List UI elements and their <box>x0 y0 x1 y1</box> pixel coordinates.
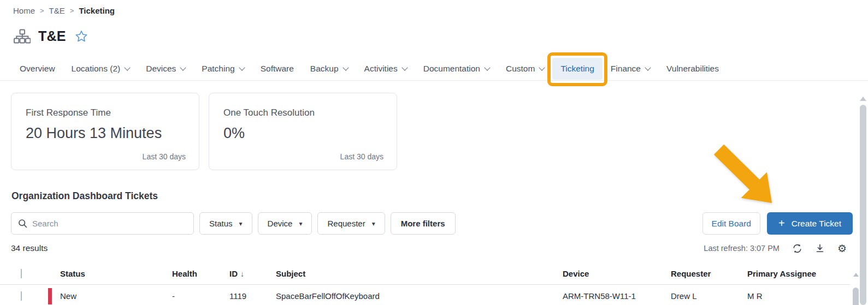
tab-patching[interactable]: Patching <box>193 58 252 80</box>
tab-backup[interactable]: Backup <box>302 58 356 80</box>
sort-descending-icon: ↓ <box>240 270 244 278</box>
organization-icon <box>14 29 31 44</box>
breadcrumb-home[interactable]: Home <box>13 6 35 15</box>
tickets-table: Status Health ID↓ Subject Device Request… <box>0 262 850 305</box>
tab-devices[interactable]: Devices <box>138 58 193 80</box>
tab-vulnerabilities[interactable]: Vulnerabilities <box>658 58 727 80</box>
tab-overview[interactable]: Overview <box>11 58 63 80</box>
column-label: ID <box>229 269 238 278</box>
ticket-row[interactable]: New - 1119 SpaceBarFellOffOfKeyboard ARM… <box>0 284 850 305</box>
ticket-device: ARM-TRN58-W11-1 <box>551 291 659 301</box>
ticketing-dashboard-page: Home > T&E > Ticketing T&E Overview <box>0 0 868 305</box>
chevron-down-icon <box>239 64 245 70</box>
filter-label: Device <box>268 219 293 228</box>
tab-activities[interactable]: Activities <box>356 58 415 80</box>
column-label: Requester <box>671 269 711 278</box>
column-label: Status <box>60 269 85 278</box>
tab-documentation[interactable]: Documentation <box>415 58 498 80</box>
filter-label: Requester <box>327 219 365 228</box>
column-label: Primary Assignee <box>747 269 816 278</box>
status-color-bar <box>48 288 52 304</box>
tab-label: Documentation <box>423 64 480 74</box>
search-input[interactable] <box>32 219 187 228</box>
column-label: Subject <box>276 269 305 278</box>
breadcrumb-org[interactable]: T&E <box>49 6 65 15</box>
row-checkbox[interactable] <box>21 291 22 301</box>
chevron-down-icon <box>343 64 349 70</box>
table-scrollbar[interactable] <box>853 288 859 305</box>
metric-cards: First Response Time 20 Hours 13 Minutes … <box>11 93 397 170</box>
tab-software[interactable]: Software <box>252 58 302 80</box>
chevron-down-icon <box>645 64 651 70</box>
caret-down-icon: ▾ <box>239 220 243 228</box>
filter-label: More filters <box>401 219 445 228</box>
ticket-status: New <box>60 291 76 301</box>
create-ticket-label: Create Ticket <box>792 219 841 229</box>
tab-label: Vulnerabilities <box>666 64 719 74</box>
chevron-down-icon <box>484 64 490 70</box>
device-filter-dropdown[interactable]: Device ▾ <box>258 212 312 235</box>
download-icon[interactable] <box>815 243 825 253</box>
chevron-down-icon <box>180 64 186 70</box>
column-header-requester[interactable]: Requester <box>659 269 735 278</box>
column-header-subject[interactable]: Subject <box>264 269 551 278</box>
metric-title: First Response Time <box>26 107 186 118</box>
board-actions: Edit Board + Create Ticket <box>702 212 853 235</box>
tab-finance[interactable]: Finance <box>603 58 658 80</box>
status-filter-dropdown[interactable]: Status ▾ <box>199 212 252 235</box>
metric-card-first-response-time: First Response Time 20 Hours 13 Minutes … <box>11 93 199 170</box>
column-header-device[interactable]: Device <box>551 269 659 278</box>
table-scrollbar-up-arrow[interactable] <box>853 273 859 277</box>
tab-label: Custom <box>506 64 535 74</box>
gear-glyph: ⚙ <box>837 243 847 254</box>
tab-custom[interactable]: Custom <box>498 58 552 80</box>
section-heading: Organization Dashboard Tickets <box>11 190 158 202</box>
tab-label: Overview <box>20 64 55 74</box>
ticket-requester: Drew L <box>659 291 735 301</box>
page-scrollbar[interactable] <box>860 105 866 305</box>
ticket-subject: SpaceBarFellOffOfKeyboard <box>264 291 551 301</box>
column-header-health[interactable]: Health <box>160 269 217 278</box>
refresh-icon[interactable] <box>792 243 802 254</box>
ticket-health: - <box>160 291 217 301</box>
breadcrumb-separator: > <box>70 7 74 15</box>
favorite-star-icon[interactable] <box>75 30 88 43</box>
create-ticket-button[interactable]: + Create Ticket <box>767 212 853 235</box>
search-box[interactable] <box>11 212 194 235</box>
metric-value: 0% <box>223 125 383 142</box>
tab-locations[interactable]: Locations (2) <box>63 58 138 80</box>
breadcrumb-current: Ticketing <box>79 6 115 15</box>
column-label: Device <box>563 269 589 278</box>
requester-filter-dropdown[interactable]: Requester ▾ <box>317 212 385 235</box>
tab-label: Backup <box>310 64 339 74</box>
edit-board-button[interactable]: Edit Board <box>702 212 760 235</box>
breadcrumb-separator: > <box>40 7 44 15</box>
more-filters-button[interactable]: More filters <box>391 212 456 235</box>
chevron-down-icon <box>539 64 545 70</box>
search-icon <box>18 219 27 228</box>
page-header: T&E <box>14 28 88 44</box>
tab-label: Software <box>261 64 294 74</box>
refresh-meta: Last refresh: 3:07 PM ⚙ <box>704 243 847 254</box>
breadcrumb: Home > T&E > Ticketing <box>13 6 115 15</box>
page-scrollbar-up-arrow[interactable] <box>860 97 866 101</box>
tab-label: Devices <box>146 64 176 74</box>
metric-card-one-touch-resolution: One Touch Resolution 0% Last 30 days <box>209 93 397 170</box>
org-tab-bar: Overview Locations (2) Devices Patching … <box>0 57 868 81</box>
ticket-status-cell: New <box>48 285 160 305</box>
column-header-primary-assignee[interactable]: Primary Assignee <box>735 269 850 278</box>
column-header-id[interactable]: ID↓ <box>217 269 264 278</box>
chevron-down-icon <box>401 64 408 70</box>
select-all-checkbox[interactable] <box>21 269 22 278</box>
column-header-status[interactable]: Status <box>48 269 160 278</box>
filter-toolbar: Status ▾ Device ▾ Requester ▾ More filte… <box>11 212 853 235</box>
chevron-down-icon <box>125 64 131 70</box>
settings-gear-icon[interactable]: ⚙ <box>837 243 847 254</box>
ticket-id: 1119 <box>217 291 264 301</box>
last-refresh-label: Last refresh: 3:07 PM <box>704 244 780 253</box>
caret-down-icon: ▾ <box>299 220 302 228</box>
results-bar: 34 results Last refresh: 3:07 PM <box>11 242 847 255</box>
tab-label: Ticketing <box>560 64 594 74</box>
tab-ticketing[interactable]: Ticketing <box>552 58 602 80</box>
column-label: Health <box>172 269 197 278</box>
